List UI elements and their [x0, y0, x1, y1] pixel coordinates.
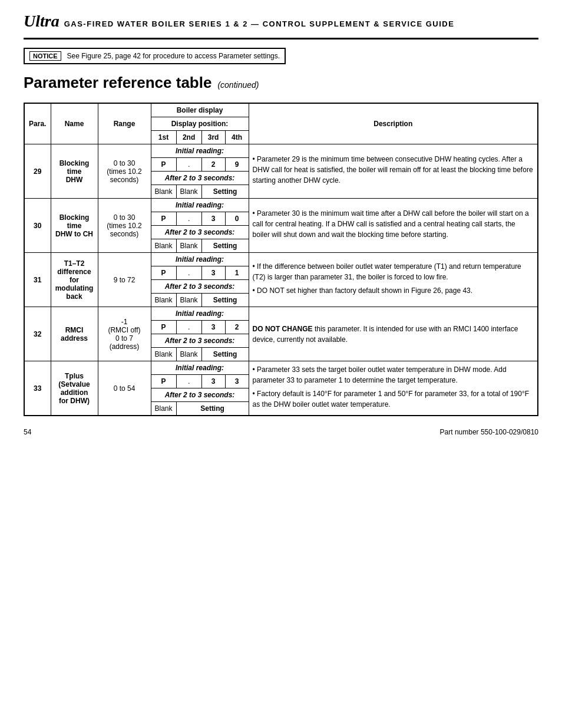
p-32: P	[151, 321, 176, 334]
name-30: Blocking time DHW to CH	[51, 199, 98, 253]
range-32: -1 (RMCI off) 0 to 7 (address)	[98, 307, 151, 361]
col-header-boiler-display: Boiler display	[151, 103, 249, 117]
col-header-pos1: 1st	[151, 131, 176, 144]
name-33: Tplus (Setvalue addition for DHW)	[51, 361, 98, 416]
dot-31: .	[176, 266, 201, 280]
pos3-30: 3	[201, 212, 225, 226]
table-row: 29 Blocking time DHW 0 to 30 (times 10.2…	[24, 144, 538, 158]
header-divider	[24, 38, 538, 39]
name-29: Blocking time DHW	[51, 144, 98, 199]
col-header-display-position: Display position:	[151, 117, 249, 131]
table-row-33: 33 Tplus (Setvalue addition for DHW) 0 t…	[24, 361, 538, 375]
blank1-31: Blank	[151, 294, 176, 307]
after-seconds-32: After 2 to 3 seconds:	[151, 334, 249, 348]
pos3-31: 3	[201, 266, 225, 280]
col-header-pos4: 4th	[225, 131, 249, 144]
setting-29: Setting	[201, 185, 249, 199]
ultra-logo: Ultra	[24, 12, 59, 31]
initial-reading-32: Initial reading:	[151, 307, 249, 321]
p-30: P	[151, 212, 176, 226]
setting-33: Setting	[176, 402, 249, 416]
initial-reading-29: Initial reading:	[151, 144, 249, 158]
dot-29: .	[176, 158, 201, 172]
range-33: 0 to 54	[98, 361, 151, 416]
range-30: 0 to 30 (times 10.2 seconds)	[98, 199, 151, 253]
pos4-29: 9	[225, 158, 249, 172]
pos3-29: 2	[201, 158, 225, 172]
para-29: 29	[24, 144, 51, 199]
pos4-32: 2	[225, 321, 249, 334]
page-title-text: Parameter reference table	[24, 74, 211, 92]
desc-30: Parameter 30 is the minimum wait time af…	[249, 199, 538, 253]
range-29: 0 to 30 (times 10.2 seconds)	[98, 144, 151, 199]
blank2-32: Blank	[176, 348, 201, 361]
blank2-29: Blank	[176, 185, 201, 199]
after-seconds-29: After 2 to 3 seconds:	[151, 172, 249, 185]
table-row-32: 32 RMCI address -1 (RMCI off) 0 to 7 (ad…	[24, 307, 538, 321]
table-row-30: 30 Blocking time DHW to CH 0 to 30 (time…	[24, 199, 538, 212]
page-title: Parameter reference table (continued)	[24, 74, 538, 92]
name-31: T1–T2 difference for modulating back	[51, 253, 98, 307]
setting-31: Setting	[201, 294, 249, 307]
para-33: 33	[24, 361, 51, 416]
col-header-range: Range	[98, 103, 151, 144]
col-header-pos3: 3rd	[201, 131, 225, 144]
col-header-description: Description	[249, 103, 538, 144]
setting-32: Setting	[201, 348, 249, 361]
blank2-31: Blank	[176, 294, 201, 307]
notice-label: NOTICE	[29, 51, 61, 61]
para-32: 32	[24, 307, 51, 361]
after-seconds-30: After 2 to 3 seconds:	[151, 226, 249, 239]
initial-reading-30: Initial reading:	[151, 199, 249, 212]
parameter-table: Para. Name Range Boiler display Descript…	[24, 103, 538, 416]
setting-30: Setting	[201, 239, 249, 253]
dot-32: .	[176, 321, 201, 334]
part-number: Part number 550-100-029/0810	[440, 428, 538, 436]
blank2-30: Blank	[176, 239, 201, 253]
table-row-31: 31 T1–T2 difference for modulating back …	[24, 253, 538, 266]
page-footer: 54 Part number 550-100-029/0810	[24, 428, 538, 436]
blank1-32: Blank	[151, 348, 176, 361]
range-31: 9 to 72	[98, 253, 151, 307]
p-31: P	[151, 266, 176, 280]
pos3-32: 3	[201, 321, 225, 334]
name-32: RMCI address	[51, 307, 98, 361]
col-header-name: Name	[51, 103, 98, 144]
para-30: 30	[24, 199, 51, 253]
dot-33: .	[176, 375, 201, 388]
page-number: 54	[24, 428, 31, 436]
pos3-33: 3	[201, 375, 225, 388]
blank1-33: Blank	[151, 402, 176, 416]
dot-30: .	[176, 212, 201, 226]
pos4-31: 1	[225, 266, 249, 280]
desc-33: Parameter 33 sets the target boiler outl…	[249, 361, 538, 416]
col-header-para: Para.	[24, 103, 51, 144]
blank1-29: Blank	[151, 185, 176, 199]
pos4-30: 0	[225, 212, 249, 226]
desc-32-bold: DO NOT CHANGE	[253, 325, 313, 333]
desc-29: Parameter 29 is the minimum time between…	[249, 144, 538, 199]
notice-box: NOTICE See Figure 25, page 42 for proced…	[24, 48, 286, 64]
after-seconds-31: After 2 to 3 seconds:	[151, 280, 249, 294]
blank1-30: Blank	[151, 239, 176, 253]
initial-reading-33: Initial reading:	[151, 361, 249, 375]
col-header-pos2: 2nd	[176, 131, 201, 144]
initial-reading-31: Initial reading:	[151, 253, 249, 266]
notice-text: See Figure 25, page 42 for procedure to …	[67, 52, 280, 60]
desc-32: DO NOT CHANGE this parameter. It is inte…	[249, 307, 538, 361]
p-29: P	[151, 158, 176, 172]
para-31: 31	[24, 253, 51, 307]
after-seconds-33: After 2 to 3 seconds:	[151, 388, 249, 402]
p-33: P	[151, 375, 176, 388]
desc-31: If the difference between boiler outlet …	[249, 253, 538, 307]
page-header: Ultra GAS-FIRED WATER BOILER SERIES 1 & …	[24, 12, 538, 31]
page-title-continued: (continued)	[217, 80, 259, 90]
pos4-33: 3	[225, 375, 249, 388]
header-subtitle: GAS-FIRED WATER BOILER SERIES 1 & 2 — Co…	[64, 19, 455, 28]
